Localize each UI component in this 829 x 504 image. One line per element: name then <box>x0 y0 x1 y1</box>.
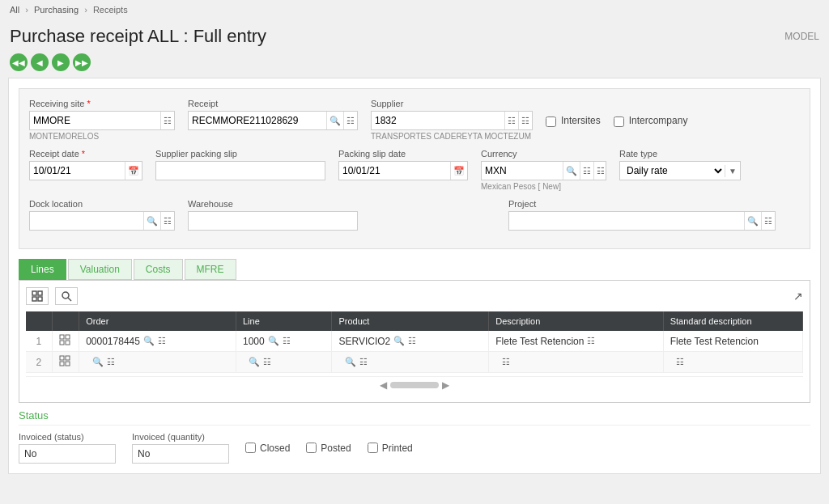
row-2-seq: 2 <box>26 352 52 373</box>
supplier-packing-slip-input[interactable] <box>156 162 325 180</box>
warehouse-input[interactable] <box>189 212 357 230</box>
receipt-lookup-icon[interactable]: ☷ <box>343 112 357 129</box>
row-1-order-lookup-icon[interactable]: ☷ <box>158 336 166 346</box>
grid-view-button[interactable] <box>26 287 49 305</box>
lines-table: Order Line Product Description Standard … <box>26 311 803 373</box>
tab-valuation[interactable]: Valuation <box>68 259 132 280</box>
receiving-site-input[interactable] <box>30 112 160 129</box>
currency-lookup-icon[interactable]: ☷ <box>580 162 593 180</box>
invoiced-quantity-label: Invoiced (quantity) <box>132 432 229 442</box>
receiving-site-lookup-icon[interactable]: ☷ <box>160 112 174 129</box>
nav-first-button[interactable]: ◀◀ <box>10 53 28 71</box>
intersites-checkbox[interactable] <box>546 116 556 127</box>
row-2-product-lookup-icon[interactable]: ☷ <box>359 357 368 367</box>
svg-rect-11 <box>66 356 70 360</box>
breadcrumb-purchasing[interactable]: Purchasing <box>34 5 79 15</box>
nav-last-button[interactable]: ▶▶ <box>73 53 91 71</box>
dock-location-input[interactable] <box>30 212 143 230</box>
packing-slip-date-input[interactable] <box>339 162 450 180</box>
page-header: Purchase receipt ALL : Full entry MODEL <box>0 19 829 50</box>
row-1-order-search-icon[interactable]: 🔍 <box>143 336 155 346</box>
receipt-search-icon[interactable]: 🔍 <box>326 112 343 129</box>
row-2-order-search-icon[interactable]: 🔍 <box>92 357 104 367</box>
posted-checkbox-group: Posted <box>306 443 351 454</box>
printed-label: Printed <box>382 443 413 454</box>
supplier-packing-slip-label: Supplier packing slip <box>155 149 325 159</box>
invoiced-quantity-input[interactable] <box>132 444 229 464</box>
supplier-group: Supplier ☷ ☷ TRANSPORTES CADEREYTA MOCTE… <box>371 99 533 141</box>
breadcrumb-all[interactable]: All <box>10 5 19 15</box>
status-title: Status <box>19 409 810 426</box>
form-row-2: Receipt date * 📅 Supplier packing slip P… <box>29 149 800 191</box>
row-1-product: SERVICIO2 🔍 ☷ <box>332 331 489 352</box>
intersites-group: Intersites <box>546 112 601 129</box>
nav-prev-button[interactable]: ◀ <box>31 53 49 71</box>
row-2-order: 🔍 ☷ <box>79 352 236 373</box>
row-1-product-search-icon[interactable]: 🔍 <box>393 336 405 346</box>
row-1-product-lookup-icon[interactable]: ☷ <box>408 336 416 346</box>
row-2-line-search-icon[interactable]: 🔍 <box>249 357 260 367</box>
search-button[interactable] <box>55 287 78 305</box>
tab-mfre[interactable]: MFRE <box>185 259 236 280</box>
printed-checkbox-group: Printed <box>368 443 413 454</box>
invoiced-status-input[interactable] <box>19 444 116 464</box>
table-row: 2 🔍 ☷ <box>26 352 803 373</box>
svg-rect-2 <box>32 297 36 301</box>
svg-line-5 <box>68 298 71 301</box>
currency-search-icon[interactable]: 🔍 <box>563 162 580 180</box>
svg-rect-10 <box>60 356 64 360</box>
intercompany-label: Intercompany <box>629 115 688 126</box>
row-2-desc-lookup-icon[interactable]: ☷ <box>502 357 510 367</box>
row-2-line-lookup-icon[interactable]: ☷ <box>263 357 271 367</box>
invoiced-status-label: Invoiced (status) <box>19 432 116 442</box>
col-seq <box>26 311 52 331</box>
row-2-product-search-icon[interactable]: 🔍 <box>345 357 356 367</box>
project-search-icon[interactable]: 🔍 <box>744 212 761 230</box>
receipt-group: Receipt 🔍 ☷ <box>188 99 358 130</box>
receipt-date-input-wrapper: 📅 <box>29 161 142 180</box>
svg-rect-3 <box>38 297 42 301</box>
supplier-input[interactable] <box>372 112 504 129</box>
intersites-label: Intersites <box>561 115 601 126</box>
rate-type-select[interactable]: Daily rate Fixed rate Monthly rate <box>620 162 725 180</box>
dock-location-input-wrapper: 🔍 ☷ <box>29 211 175 231</box>
scroll-left-arrow[interactable]: ◀ <box>376 379 390 391</box>
svg-rect-13 <box>66 362 70 366</box>
receipt-date-calendar-icon[interactable]: 📅 <box>125 162 142 180</box>
supplier-packing-slip-group: Supplier packing slip <box>155 149 325 180</box>
row-2-stddesc-lookup-icon[interactable]: ☷ <box>676 357 684 367</box>
svg-point-4 <box>62 292 69 299</box>
supplier-lookup-icon[interactable]: ☷ <box>504 112 518 129</box>
dock-location-search-icon[interactable]: 🔍 <box>143 212 160 230</box>
currency-input[interactable] <box>482 162 563 180</box>
scroll-thumb[interactable] <box>390 382 439 388</box>
closed-checkbox[interactable] <box>245 443 256 453</box>
supplier-detail-icon[interactable]: ☷ <box>518 112 532 129</box>
project-lookup-icon[interactable]: ☷ <box>761 212 775 230</box>
receipt-date-input[interactable] <box>30 162 125 180</box>
tab-lines[interactable]: Lines <box>19 259 66 280</box>
row-1-line-lookup-icon[interactable]: ☷ <box>283 336 291 346</box>
receipt-input[interactable] <box>189 112 326 129</box>
expand-button[interactable]: ↗ <box>793 290 803 303</box>
svg-rect-6 <box>60 335 64 339</box>
invoiced-status-field: Invoiced (status) <box>19 432 116 464</box>
row-1-desc-lookup-icon[interactable]: ☷ <box>587 336 595 346</box>
tab-costs[interactable]: Costs <box>134 259 183 280</box>
currency-detail-icon[interactable]: ☷ <box>593 162 607 180</box>
row-1-type <box>52 331 79 352</box>
printed-checkbox[interactable] <box>368 443 378 453</box>
dock-location-lookup-icon[interactable]: ☷ <box>160 212 174 230</box>
row-1-seq: 1 <box>26 331 52 352</box>
posted-checkbox[interactable] <box>306 443 317 453</box>
project-input[interactable] <box>509 212 744 230</box>
row-2-type <box>52 352 79 373</box>
intercompany-checkbox[interactable] <box>614 116 624 127</box>
row-1-line-search-icon[interactable]: 🔍 <box>268 336 279 346</box>
packing-slip-date-calendar-icon[interactable]: 📅 <box>450 162 467 180</box>
scroll-right-arrow[interactable]: ▶ <box>439 379 453 391</box>
nav-next-button[interactable]: ▶ <box>52 53 70 71</box>
row-1-line: 1000 🔍 ☷ <box>236 331 332 352</box>
horizontal-scrollbar[interactable]: ◀ ▶ <box>26 376 803 392</box>
row-2-order-lookup-icon[interactable]: ☷ <box>107 357 115 367</box>
